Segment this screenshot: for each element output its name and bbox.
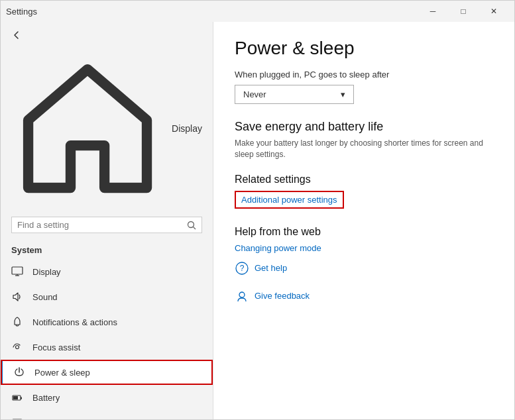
focus-label: Focus assist [32, 342, 80, 352]
content-area: Power & sleep When plugged in, PC goes t… [213, 22, 514, 419]
sidebar-item-power[interactable]: Power & sleep [1, 360, 213, 385]
sidebar: Display System Display [1, 22, 213, 419]
search-input[interactable] [17, 220, 184, 230]
dropdown-value: Never [243, 89, 266, 99]
minimize-button[interactable]: ─ [418, 1, 448, 22]
help-heading: Help from the web [235, 226, 493, 238]
changing-power-link[interactable]: Changing power mode [235, 243, 493, 253]
power-label: Power & sleep [34, 368, 90, 378]
give-feedback-icon [235, 289, 249, 303]
related-settings-heading: Related settings [235, 174, 493, 185]
battery-label: Battery [32, 393, 60, 403]
sidebar-item-battery[interactable]: Battery [1, 385, 213, 410]
give-feedback-label: Give feedback [255, 291, 310, 301]
svg-point-19 [239, 292, 245, 297]
svg-point-5 [16, 346, 19, 349]
get-help-label: Get help [255, 263, 287, 273]
titlebar-left: Settings [6, 7, 37, 17]
svg-rect-7 [21, 397, 22, 399]
home-icon [11, 52, 164, 205]
svg-text:?: ? [240, 264, 245, 273]
sidebar-item-sound[interactable]: Sound [1, 284, 213, 309]
battery-icon [11, 392, 23, 403]
sidebar-item-storage[interactable]: Storage [1, 410, 213, 419]
changing-power-link-text: Changing power mode [235, 243, 321, 253]
page-title: Power & sleep [235, 38, 493, 59]
main-content: Display System Display [1, 22, 514, 419]
back-button[interactable] [1, 25, 213, 46]
additional-power-link-text: Additional power settings [241, 195, 337, 205]
display-label: Display [32, 267, 61, 277]
plugged-label: When plugged in, PC goes to sleep after [235, 70, 493, 79]
sidebar-item-notifications[interactable]: Notifications & actions [1, 309, 213, 335]
search-icon [187, 221, 196, 230]
get-help-link[interactable]: ? Get help [235, 261, 493, 276]
give-feedback-link[interactable]: Give feedback [235, 289, 493, 303]
svg-rect-2 [12, 267, 23, 274]
close-button[interactable]: ✕ [479, 1, 509, 22]
svg-line-1 [194, 227, 196, 229]
settings-window: Settings ─ □ ✕ Display [0, 0, 515, 420]
sound-icon [11, 291, 23, 303]
sidebar-item-focus[interactable]: Focus assist [1, 335, 213, 360]
sound-label: Sound [32, 292, 58, 302]
storage-label: Storage [32, 418, 63, 419]
sidebar-item-home[interactable]: Display [1, 46, 213, 211]
get-help-icon: ? [235, 261, 249, 276]
storage-icon [11, 417, 23, 419]
titlebar: Settings ─ □ ✕ [1, 1, 514, 22]
chevron-down-icon: ▾ [341, 89, 345, 99]
notifications-icon [11, 316, 23, 328]
svg-point-0 [188, 221, 194, 227]
home-label: Display [172, 123, 202, 134]
titlebar-controls: ─ □ ✕ [418, 1, 509, 22]
titlebar-title: Settings [6, 7, 37, 17]
svg-rect-8 [13, 396, 18, 399]
sidebar-section-label: System [1, 238, 213, 259]
save-energy-desc: Make your battery last longer by choosin… [235, 138, 486, 160]
notifications-label: Notifications & actions [32, 317, 117, 327]
focus-icon [11, 341, 23, 353]
additional-power-link[interactable]: Additional power settings [235, 191, 344, 209]
power-icon [13, 366, 25, 378]
search-box[interactable] [11, 217, 202, 233]
back-icon [11, 30, 22, 40]
save-energy-heading: Save energy and battery life [235, 120, 493, 134]
sidebar-item-display[interactable]: Display [1, 259, 213, 284]
maximize-button[interactable]: □ [448, 1, 479, 22]
display-icon [11, 266, 23, 278]
sleep-dropdown[interactable]: Never ▾ [235, 85, 354, 104]
